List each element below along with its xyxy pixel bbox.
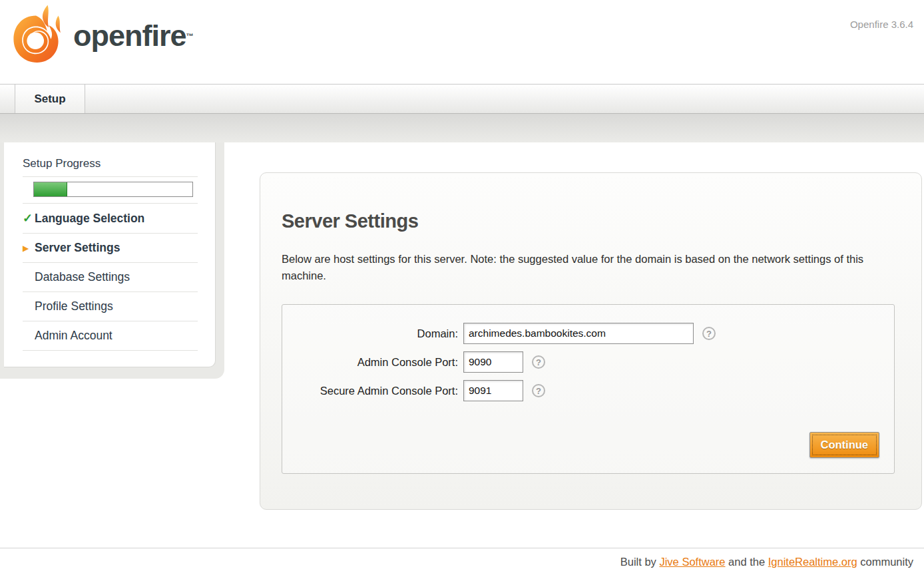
tab-bar: Setup [0, 84, 924, 114]
sidebar-item-language-selection: ✓ Language Selection [23, 204, 198, 234]
setup-progress-panel: Setup Progress ✓ Language Selection ▶ Se… [4, 142, 216, 367]
page-description: Below are host settings for this server.… [282, 251, 867, 284]
admin-console-port-label: Admin Console Port: [282, 356, 463, 369]
domain-label: Domain: [282, 327, 463, 340]
step-label: Language Selection [35, 212, 144, 226]
sidebar-item-server-settings: ▶ Server Settings [23, 234, 198, 263]
current-step-arrow-icon: ▶ [23, 244, 35, 253]
help-icon[interactable]: ? [532, 384, 545, 397]
secure-admin-console-port-input[interactable] [463, 380, 523, 401]
progress-bar [33, 182, 193, 197]
footer: Built by Jive Software and the IgniteRea… [0, 548, 924, 583]
header: openfire™ Openfire 3.6.4 [0, 0, 924, 84]
domain-input[interactable] [463, 323, 694, 344]
form-row-admin-port: Admin Console Port: ? [282, 351, 879, 373]
page: openfire™ Openfire 3.6.4 Setup Setup Pro… [0, 0, 924, 583]
main-panel: Server Settings Below are host settings … [260, 172, 922, 510]
button-row: Continue [282, 432, 879, 458]
form-row-domain: Domain: ? [282, 323, 879, 344]
admin-console-port-input[interactable] [463, 351, 523, 373]
igniterealtime-link[interactable]: IgniteRealtime.org [768, 556, 857, 568]
sidebar-background: Setup Progress ✓ Language Selection ▶ Se… [0, 142, 224, 379]
step-label: Database Settings [35, 270, 130, 284]
flame-icon [9, 3, 68, 69]
step-label: Profile Settings [35, 299, 113, 313]
logo-trademark: ™ [186, 32, 194, 40]
divider [23, 176, 198, 177]
step-label: Admin Account [35, 329, 113, 343]
help-icon[interactable]: ? [532, 355, 545, 369]
version-label: Openfire 3.6.4 [850, 19, 913, 30]
continue-button[interactable]: Continue [809, 432, 880, 458]
sidebar-item-profile-settings: Profile Settings [23, 292, 198, 321]
tab-setup[interactable]: Setup [15, 85, 85, 113]
footer-text: and the [726, 556, 768, 568]
logo-text: openfire [73, 19, 186, 53]
step-label: Server Settings [35, 241, 120, 255]
setup-steps-list: ✓ Language Selection ▶ Server Settings D… [23, 203, 198, 351]
footer-text: community [857, 556, 913, 568]
secure-admin-console-port-label: Secure Admin Console Port: [282, 385, 463, 397]
sidebar-item-database-settings: Database Settings [23, 263, 198, 292]
help-icon[interactable]: ? [702, 327, 716, 340]
form-row-secure-admin-port: Secure Admin Console Port: ? [282, 380, 879, 401]
progress-bar-fill [34, 182, 67, 196]
check-icon: ✓ [23, 211, 35, 226]
sidebar-item-admin-account: Admin Account [23, 321, 198, 351]
openfire-logo: openfire™ [9, 3, 194, 69]
sidebar-title: Setup Progress [23, 157, 198, 170]
content-area: Setup Progress ✓ Language Selection ▶ Se… [0, 142, 924, 548]
footer-text: Built by [620, 556, 660, 568]
page-title: Server Settings [282, 210, 895, 232]
server-settings-form: Domain: ? Admin Console Port: ? Secure A… [282, 304, 895, 474]
subnav-band [0, 114, 924, 142]
jive-software-link[interactable]: Jive Software [659, 556, 725, 568]
